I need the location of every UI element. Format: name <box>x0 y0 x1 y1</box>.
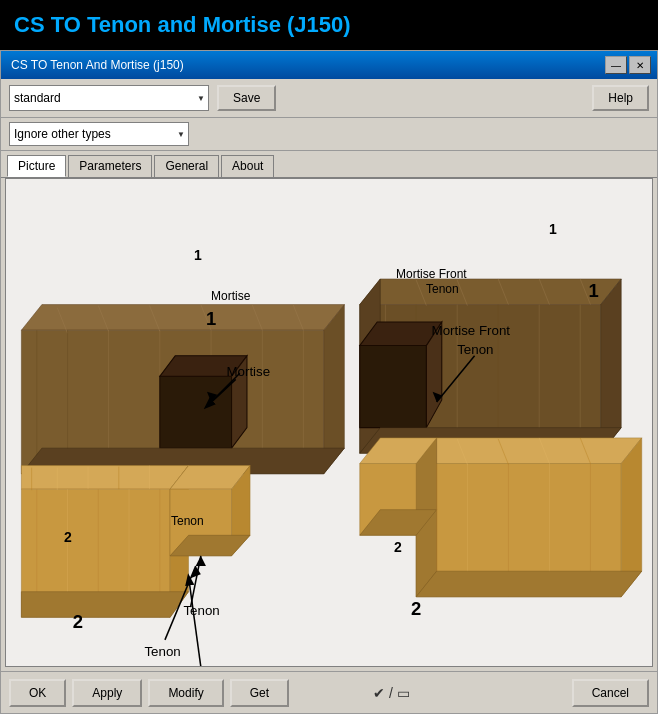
dropdown-row: Ignore other types <box>1 118 657 151</box>
svg-text:1: 1 <box>206 308 216 329</box>
picture-area: 1 Mortise 2 Tenon Tenon Tenon <box>6 179 652 666</box>
tab-parameters[interactable]: Parameters <box>68 155 152 177</box>
left-label-1: 1 <box>194 247 202 263</box>
app-title-bar: CS TO Tenon and Mortise (J150) <box>0 0 658 50</box>
svg-marker-21 <box>21 466 188 490</box>
cancel-button[interactable]: Cancel <box>572 679 649 707</box>
slash-divider: / <box>389 685 393 701</box>
bottom-bar: OK Apply Modify Get ✔ / ▭ Cancel <box>1 671 657 713</box>
preset-select-wrapper: standard <box>9 85 209 111</box>
window-title: CS TO Tenon And Mortise (j150) <box>11 58 184 72</box>
svg-marker-56 <box>601 279 622 453</box>
svg-text:Mortise Front: Mortise Front <box>432 323 511 338</box>
tab-picture[interactable]: Picture <box>7 155 66 177</box>
tenon-label-right: Tenon <box>426 282 459 296</box>
window-controls: — ✕ <box>605 56 651 74</box>
main-window: CS TO Tenon And Mortise (j150) — ✕ stand… <box>0 50 658 714</box>
joint-svg: 1 Mortise 2 Tenon Tenon Tenon <box>6 179 652 666</box>
toolbar: standard Save Help <box>1 79 657 118</box>
rect-icon: ▭ <box>397 685 410 701</box>
app-title: CS TO Tenon and Mortise (J150) <box>14 12 351 38</box>
svg-text:Mortise: Mortise <box>226 364 270 379</box>
svg-marker-72 <box>416 438 642 464</box>
type-dropdown-wrapper: Ignore other types <box>9 122 189 146</box>
tenon-label-left: Tenon <box>171 514 204 528</box>
mortise-front-label: Mortise Front <box>396 267 467 281</box>
svg-text:Tenon: Tenon <box>183 603 219 618</box>
modify-button[interactable]: Modify <box>148 679 223 707</box>
mortise-label: Mortise <box>211 289 250 303</box>
left-label-2: 2 <box>64 529 72 545</box>
svg-text:1: 1 <box>588 280 598 301</box>
checkmark-icon: ✔ <box>373 685 385 701</box>
save-button[interactable]: Save <box>217 85 276 111</box>
svg-marker-1 <box>21 305 344 331</box>
close-button[interactable]: ✕ <box>629 56 651 74</box>
help-button[interactable]: Help <box>592 85 649 111</box>
svg-text:Tenon: Tenon <box>457 342 493 357</box>
tab-general[interactable]: General <box>154 155 219 177</box>
right-label-1: 1 <box>549 221 557 237</box>
tab-about[interactable]: About <box>221 155 274 177</box>
apply-button[interactable]: Apply <box>72 679 142 707</box>
right-label-2: 2 <box>394 539 402 555</box>
svg-text:Tenon: Tenon <box>144 644 180 659</box>
svg-marker-88 <box>416 571 642 597</box>
svg-marker-68 <box>360 346 427 428</box>
window-titlebar: CS TO Tenon And Mortise (j150) — ✕ <box>1 51 657 79</box>
svg-text:2: 2 <box>411 598 421 619</box>
svg-marker-17 <box>160 376 232 448</box>
svg-text:2: 2 <box>73 611 83 632</box>
minimize-button[interactable]: — <box>605 56 627 74</box>
symbol-display: ✔ / ▭ <box>373 685 410 701</box>
preset-select[interactable]: standard <box>9 85 209 111</box>
tabs-bar: Picture Parameters General About <box>1 151 657 178</box>
svg-marker-38 <box>21 592 188 618</box>
type-select[interactable]: Ignore other types <box>9 122 189 146</box>
ok-button[interactable]: OK <box>9 679 66 707</box>
get-button[interactable]: Get <box>230 679 289 707</box>
content-area: 1 Mortise 2 Tenon Tenon Tenon <box>5 178 653 667</box>
